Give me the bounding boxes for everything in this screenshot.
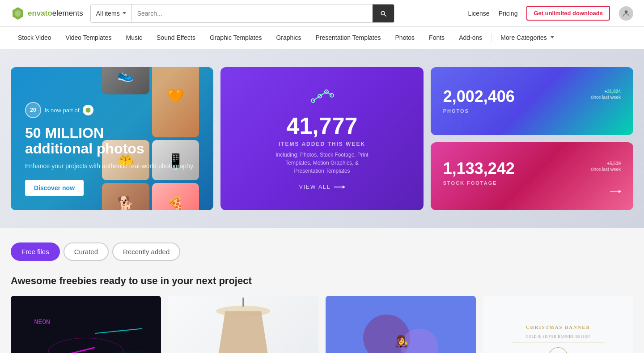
photos-label: PHOTOS [443,108,621,114]
footage-since: +5,539 since last week [590,161,621,172]
stats-card-weekly[interactable]: 41,777 ITEMS ADDED THIS WEEK Including: … [220,67,423,210]
banner-logo-row: 20 is now part of [25,102,199,118]
search-input[interactable] [132,4,373,22]
weekly-items-number: 41,777 [286,114,357,137]
freebies-section-title: Awesome freebies ready to use in your ne… [11,275,633,287]
category-presentation-templates[interactable]: Presentation Templates [308,27,388,49]
nav-divider [491,34,491,43]
category-graphics[interactable]: Graphics [269,27,308,49]
envato-logo-icon [11,6,25,21]
neon-lines-graphic: NEON [11,296,161,353]
hero-grid: 20 is now part of 50 MILLION additional … [11,67,633,210]
svg-text:CHRISTMAS BANNER: CHRISTMAS BANNER [526,325,590,330]
envato-icon-small [85,107,91,113]
freebie-card-4[interactable]: CHRISTMAS BANNER GOLD & SILVER BANNER DE… [483,296,633,353]
discover-now-button[interactable]: Discover now [25,180,84,196]
svg-rect-8 [11,296,161,353]
logo-envato: envato [28,9,52,18]
freebie-thumb-3: 👩‍🎤 ✨ ✨ ✨ [326,296,476,353]
category-graphic-templates[interactable]: Graphic Templates [203,27,269,49]
footage-stats-row: 1,133,242 +5,539 since last week [443,161,621,177]
trend-icon [309,87,335,107]
svg-text:GOLD & SILVER BANNER DESIGN: GOLD & SILVER BANNER DESIGN [526,335,590,339]
category-video-templates[interactable]: Video Templates [58,27,119,49]
search-bar: All items [90,4,394,23]
user-icon [622,9,631,18]
lamp-illustration [198,296,288,353]
christmas-banner-illustration: CHRISTMAS BANNER GOLD & SILVER BANNER DE… [483,296,633,353]
stats-card-photos[interactable]: 2,002,406 +31,824 since last week PHOTOS [431,67,633,135]
hero-section: 20 is now part of 50 MILLION additional … [0,49,644,228]
freebie-thumb-4: CHRISTMAS BANNER GOLD & SILVER BANNER DE… [483,296,633,353]
banner-card: 20 is now part of 50 MILLION additional … [11,67,213,210]
photos-stats-row: 2,002,406 +31,824 since last week [443,89,621,105]
freebies-section: Awesome freebies ready to use in your ne… [0,261,644,353]
tabs-row: Free files Curated Recently added [11,242,633,261]
logo-elements: elements [52,9,83,18]
tab-free-files[interactable]: Free files [11,242,60,261]
footage-number: 1,133,242 [443,161,515,177]
user-avatar[interactable] [619,6,633,21]
more-categories-button[interactable]: More Categories [493,27,561,49]
footage-label: STOCK FOOTAGE [443,180,621,186]
freebie-card-2[interactable] [168,296,318,353]
category-stock-video[interactable]: Stock Video [11,27,58,49]
view-all-link[interactable]: VIEW ALL [299,184,345,190]
freebie-thumb-1: NEON [11,296,161,353]
weekly-items-label: ITEMS ADDED THIS WEEK [279,141,365,147]
footage-arrow-icon [610,191,621,192]
header-nav: License Pricing Get unlimited downloads [468,6,633,21]
banner-content: 20 is now part of 50 MILLION additional … [25,102,199,196]
weekly-items-desc: Including: Photos, Stock Footage, Print … [273,151,371,175]
svg-point-2 [625,10,628,13]
pricing-link[interactable]: Pricing [499,10,518,17]
banner-photo-feet [102,67,149,94]
stats-right-column: 2,002,406 +31,824 since last week PHOTOS… [431,67,633,210]
category-nav: Stock Video Video Templates Music Sound … [0,27,644,49]
category-sound-effects[interactable]: Sound Effects [149,27,203,49]
freebie-card-1[interactable]: NEON [11,296,161,353]
search-category-dropdown[interactable]: All items [91,4,132,22]
more-categories-chevron [551,36,554,38]
license-link[interactable]: License [468,10,489,17]
get-unlimited-button[interactable]: Get unlimited downloads [526,6,610,21]
category-add-ons[interactable]: Add-ons [452,27,489,49]
freebies-grid: NEON [11,296,633,353]
category-music[interactable]: Music [119,27,149,49]
banner-join-text: is now part of [45,107,79,114]
svg-text:👩‍🎤: 👩‍🎤 [394,334,408,348]
freebie-card-3[interactable]: 👩‍🎤 ✨ ✨ ✨ [326,296,476,353]
stats-card-footage[interactable]: 1,133,242 +5,539 since last week STOCK F… [431,142,633,210]
main-header: envato elements All items License Pricin… [0,0,644,27]
search-button[interactable] [373,4,394,22]
search-category-label: All items [96,10,120,17]
logo[interactable]: envato elements [11,6,83,21]
chevron-down-icon [123,12,126,14]
svg-marker-3 [86,107,91,113]
footage-arrow-row [443,191,621,192]
tab-curated[interactable]: Curated [64,242,109,261]
svg-text:NEON: NEON [34,318,50,325]
photo-placeholder: 👩‍🎤 ✨ ✨ ✨ [326,296,476,353]
category-fonts[interactable]: Fonts [422,27,452,49]
category-photos[interactable]: Photos [388,27,422,49]
banner-subtext: Enhance your projects with authentic rea… [25,162,199,171]
search-icon [380,10,387,17]
photos-since: +31,824 since last week [590,89,621,100]
tabs-section: Free files Curated Recently added [0,228,644,261]
tab-recently-added[interactable]: Recently added [112,242,180,261]
envato-logo-small [83,105,93,115]
freebie-thumb-2 [168,296,318,353]
arrow-right-icon [334,187,345,187]
twenty-badge: 20 [25,102,41,118]
photos-number: 2,002,406 [443,89,515,105]
banner-headline: 50 MILLION additional photos [25,125,199,157]
